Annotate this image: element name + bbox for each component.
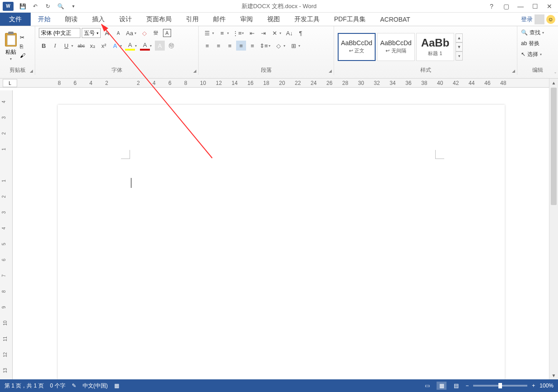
change-case-button[interactable]: Aa [125, 28, 135, 38]
scroll-down-button[interactable]: ▼ [549, 371, 558, 379]
subscript-button[interactable]: x₂ [88, 41, 98, 51]
shrink-font-button[interactable]: A [113, 28, 123, 38]
paste-button[interactable]: 粘贴 ▾ [4, 33, 18, 61]
font-size-selector[interactable]: 五号▾ [82, 28, 101, 38]
scroll-thumb[interactable] [551, 88, 557, 205]
underline-button[interactable]: U [61, 41, 71, 51]
document-area[interactable] [13, 90, 549, 379]
language-indicator[interactable]: 中文(中国) [83, 382, 108, 390]
tab-view[interactable]: 视图 [260, 13, 287, 26]
qat-customize[interactable]: ▾ [69, 2, 78, 11]
redo-button[interactable]: ↻ [43, 2, 52, 11]
vertical-ruler[interactable]: 4321123456789101112131415161718 [0, 90, 13, 379]
italic-button[interactable]: I [50, 41, 60, 51]
copy-button[interactable]: ⎘ [20, 43, 29, 51]
tab-home[interactable]: 开始 [31, 13, 58, 26]
page-indicator[interactable]: 第 1 页，共 1 页 [5, 382, 44, 390]
tab-acrobat[interactable]: ACROBAT [373, 13, 418, 26]
word-count[interactable]: 0 个字 [50, 382, 65, 390]
style-heading1[interactable]: AaBb 标题 1 [416, 33, 454, 61]
font-launcher[interactable]: ◢ [193, 69, 196, 73]
collapse-ribbon-button[interactable]: ˇ [554, 72, 556, 77]
minimize-button[interactable]: — [515, 2, 526, 11]
shading-button[interactable]: ◇ [274, 41, 284, 51]
print-preview-button[interactable]: 🔍 [56, 2, 65, 11]
text-direction-button[interactable]: ✕ [270, 28, 279, 38]
numbering-button[interactable]: ≡ [217, 28, 227, 38]
tab-review[interactable]: 审阅 [233, 13, 260, 26]
sort-button[interactable]: A↓ [284, 28, 294, 38]
web-layout-button[interactable]: ▤ [451, 382, 461, 390]
tab-file[interactable]: 文件 [0, 13, 31, 26]
tab-layout[interactable]: 页面布局 [139, 13, 179, 26]
styles-launcher[interactable]: ◢ [512, 69, 515, 73]
tab-design[interactable]: 设计 [112, 13, 139, 26]
zoom-slider[interactable] [473, 385, 527, 387]
macro-icon[interactable]: ▦ [114, 383, 119, 389]
cursor-icon: ↖ [521, 51, 525, 57]
tab-developer[interactable]: 开发工具 [287, 13, 327, 26]
select-button[interactable]: ↖选择▾ [521, 50, 542, 59]
feedback-smiley-icon[interactable]: ☺ [546, 15, 555, 24]
page[interactable] [58, 105, 505, 379]
close-button[interactable]: ✕ [544, 2, 555, 11]
phonetic-guide-button[interactable]: 變 [151, 28, 161, 38]
zoom-level[interactable]: 100% [539, 383, 553, 389]
maximize-button[interactable]: ☐ [529, 2, 541, 11]
read-mode-button[interactable]: ▭ [422, 382, 432, 390]
multilevel-list-button[interactable]: ⋮≡ [232, 28, 242, 38]
line-spacing-button[interactable]: ⇕≡ [259, 41, 269, 51]
strikethrough-button[interactable]: abc [76, 41, 86, 51]
align-left-button[interactable]: ≡ [202, 41, 212, 51]
borders-button[interactable]: ⊞ [288, 41, 298, 51]
find-button[interactable]: 🔍查找▾ [521, 28, 544, 37]
save-button[interactable]: 💾 [18, 2, 27, 11]
char-shading-button[interactable]: A [155, 41, 165, 51]
font-color-button[interactable]: A [140, 41, 150, 51]
tab-mailings[interactable]: 邮件 [206, 13, 233, 26]
font-name-selector[interactable]: 宋体 (中文正 [39, 28, 80, 38]
decrease-indent-button[interactable]: ⇤ [247, 28, 257, 38]
increase-indent-button[interactable]: ⇥ [258, 28, 268, 38]
scroll-up-button[interactable]: ▲ [549, 79, 558, 87]
clipboard-launcher[interactable]: ◢ [30, 69, 33, 73]
login-link[interactable]: 登录 [521, 15, 533, 23]
replace-button[interactable]: ab替换 [521, 39, 539, 48]
tab-insert[interactable]: 插入 [85, 13, 112, 26]
user-avatar[interactable] [535, 14, 544, 24]
char-border-button[interactable]: A [162, 28, 172, 38]
justify-button[interactable]: ≡ [236, 41, 246, 51]
style-nospacing[interactable]: AaBbCcDd ↩ 无间隔 [377, 33, 415, 61]
enclose-char-button[interactable]: ㊞ [166, 41, 176, 51]
style-normal[interactable]: AaBbCcDd ↩ 正文 [338, 33, 376, 61]
clear-format-button[interactable]: ◇ [140, 28, 149, 38]
vertical-scrollbar[interactable]: ▲ ▼ [549, 79, 558, 379]
align-center-button[interactable]: ≡ [214, 41, 223, 51]
ruler-mark: 16 [247, 80, 253, 86]
grow-font-button[interactable]: A [102, 28, 112, 38]
horizontal-ruler[interactable]: L 86422468101214161820222426283032343638… [0, 79, 558, 88]
print-layout-button[interactable]: ▦ [437, 382, 446, 390]
superscript-button[interactable]: x² [99, 41, 109, 51]
tab-references[interactable]: 引用 [179, 13, 206, 26]
cut-button[interactable]: ✂ [20, 34, 29, 42]
tab-selector[interactable]: L [3, 79, 17, 87]
zoom-out-button[interactable]: − [465, 383, 469, 389]
paragraph-launcher[interactable]: ◢ [329, 69, 332, 73]
show-marks-button[interactable]: ¶ [296, 28, 306, 38]
undo-button[interactable]: ↶ [31, 2, 40, 11]
bold-button[interactable]: B [39, 41, 49, 51]
spellcheck-icon[interactable]: ✎ [72, 383, 76, 389]
style-scroll[interactable]: ▲▼▾ [456, 33, 463, 61]
tab-pdf[interactable]: PDF工具集 [327, 13, 373, 26]
zoom-in-button[interactable]: + [532, 383, 535, 389]
highlight-button[interactable]: A [125, 41, 135, 51]
format-painter-button[interactable]: 🖌 [20, 52, 29, 60]
help-button[interactable]: ? [486, 2, 498, 11]
distributed-button[interactable]: ≡ [247, 41, 257, 51]
align-right-button[interactable]: ≡ [225, 41, 235, 51]
text-effects-button[interactable]: A [110, 41, 120, 51]
tab-read[interactable]: 朗读 [58, 13, 85, 26]
bullets-button[interactable]: ☰ [202, 28, 212, 38]
ribbon-display-button[interactable]: ▢ [500, 2, 512, 11]
